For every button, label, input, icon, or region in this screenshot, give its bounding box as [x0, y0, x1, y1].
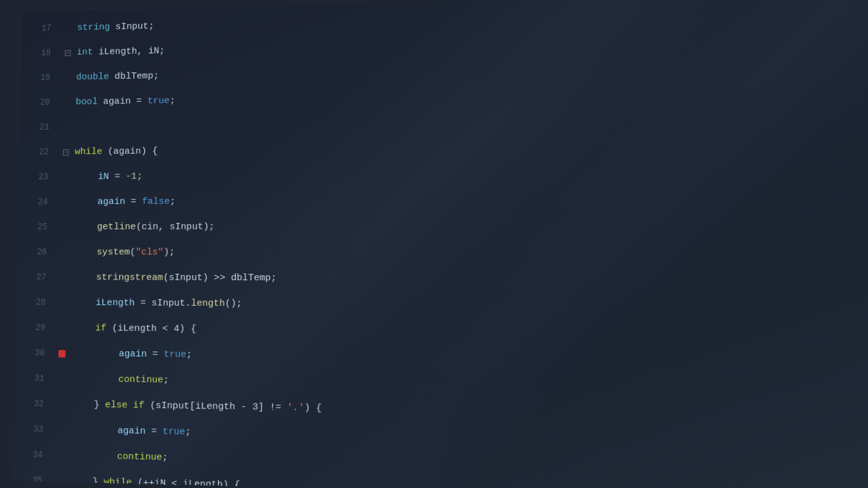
token-normal: ; [185, 419, 191, 445]
token-normal: = [146, 419, 163, 445]
token-var: iLength [95, 290, 135, 316]
token-normal: (); [225, 291, 242, 317]
code-line: system("cls"); [71, 240, 868, 267]
token-normal: } [92, 469, 104, 488]
line-number: 26 [17, 240, 53, 265]
token-var: again [119, 341, 147, 367]
line-number: 23 [19, 165, 55, 190]
code-editor: 1718192021222324252627282930313233343536… [13, 0, 868, 488]
line-number: 22 [19, 140, 55, 165]
collapse-marker[interactable]: − [65, 50, 71, 56]
token-normal: iLength, iN; [93, 39, 165, 65]
token-kw-type: string [77, 15, 110, 40]
token-normal: ); [163, 240, 175, 265]
token-normal: ; [163, 367, 169, 393]
token-normal: ) { [304, 395, 322, 422]
line-number: 27 [17, 265, 52, 290]
token-normal: (++iN < iLength) { [132, 470, 240, 488]
line-number: 35 [13, 468, 49, 488]
token-normal: (iLength < 4) { [106, 316, 196, 342]
token-normal: (cin, sInput); [136, 214, 215, 240]
token-kw-ctrl: while [74, 139, 102, 165]
token-normal: = sInput. [135, 290, 191, 316]
token-normal: (again) { [102, 139, 158, 164]
token-string: '.' [287, 395, 304, 421]
token-normal: ; [170, 88, 175, 114]
token-normal: = [125, 189, 142, 215]
token-kw-bool: false [142, 189, 170, 214]
line-number: 34 [13, 442, 49, 468]
line-number: 29 [15, 315, 51, 341]
token-var: again [97, 189, 125, 215]
token-normal: ; [137, 164, 142, 189]
code-line: again = false; [71, 186, 868, 215]
token-normal: again = [97, 89, 147, 114]
line-number: 32 [14, 391, 50, 417]
token-normal: ; [186, 342, 192, 368]
token-kw-bool: true [163, 419, 186, 445]
token-string: "cls" [135, 240, 164, 265]
token-number: -1 [125, 164, 137, 189]
token-kw-type: double [76, 64, 109, 90]
token-normal: (sInput) >> dblTemp; [163, 265, 276, 291]
token-var: iN [98, 164, 109, 189]
token-func: length [191, 290, 225, 316]
token-kw-type: bool [76, 90, 98, 115]
token-func: getline [97, 214, 136, 240]
token-kw-ctrl: continue [118, 367, 163, 393]
token-normal: sInput; [110, 14, 154, 39]
line-number: 18 [22, 41, 57, 66]
line-number: 31 [15, 365, 51, 391]
token-kw-ctrl: if [95, 316, 107, 341]
line-number: 33 [13, 416, 50, 442]
token-kw-type: int [76, 40, 93, 65]
code-line: iN = -1; [72, 158, 868, 189]
token-normal: } [93, 392, 105, 418]
code-lines: string sInput;int iLength, iN;double dbl… [66, 0, 868, 488]
code-area: 1718192021222324252627282930313233343536… [13, 0, 868, 488]
token-normal: ; [170, 189, 175, 214]
token-kw-bool: true [163, 342, 186, 368]
token-normal: = [109, 164, 126, 189]
breakpoint-marker[interactable] [58, 349, 65, 357]
token-kw-ctrl: else if [105, 392, 144, 418]
token-var: again [118, 418, 146, 444]
token-normal: (sInput[iLength - 3] != [144, 393, 287, 421]
token-kw-ctrl: while [104, 470, 132, 488]
line-number: 20 [20, 90, 56, 116]
code-line: getline(cin, sInput); [71, 212, 868, 240]
line-number: 19 [21, 65, 57, 91]
token-normal: ; [162, 445, 168, 471]
code-line: stringstream(sInput) >> dblTemp; [70, 265, 868, 294]
line-number: 25 [18, 215, 53, 240]
line-number: 21 [20, 115, 55, 140]
line-number: 28 [16, 290, 52, 315]
token-kw-bool: true [147, 88, 170, 114]
token-func: stringstream [96, 265, 163, 290]
token-normal: dblTemp; [109, 64, 159, 89]
token-func: system [97, 240, 130, 265]
token-normal: = [147, 341, 164, 367]
token-kw-ctrl: continue [117, 444, 163, 470]
line-number: 30 [15, 341, 51, 366]
line-number: 24 [18, 189, 54, 215]
line-number: 17 [22, 16, 58, 41]
collapse-marker[interactable]: − [63, 149, 69, 155]
